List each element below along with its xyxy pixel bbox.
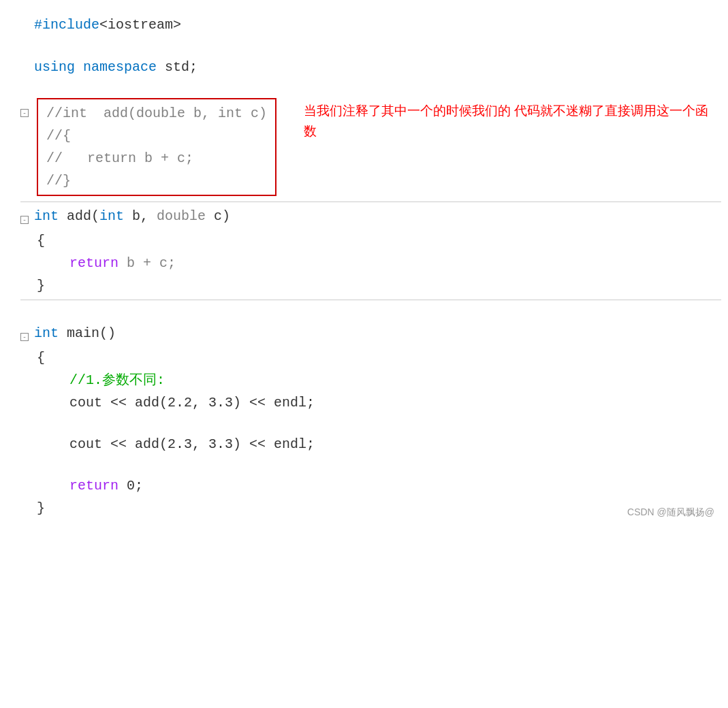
main-open-brace: { bbox=[37, 347, 721, 369]
commented-line-1: //int add(double b, int c) bbox=[46, 102, 267, 125]
empty-line-3 bbox=[20, 303, 721, 322]
double-keyword-c: double bbox=[157, 208, 206, 224]
int-keyword-add: int bbox=[34, 208, 59, 224]
main-func-section: - int main() { //1.参数不同: cout << add(2.2… bbox=[20, 322, 721, 519]
fold-icon-add[interactable]: - bbox=[20, 216, 29, 224]
fold-col-main: - bbox=[20, 322, 34, 347]
main-cout1-line: cout << add(2.2, 3.3) << endl; bbox=[37, 391, 721, 414]
code-container: #include<iostream> using namespace std; … bbox=[0, 0, 728, 533]
main-close-brace-char: } bbox=[37, 500, 45, 516]
comment-text-4: //} bbox=[46, 173, 71, 189]
using-keyword: using namespace bbox=[34, 59, 157, 75]
add-open-brace-char: { bbox=[37, 233, 45, 248]
add-return-indent: return b + c; bbox=[37, 252, 176, 274]
add-open-brace: { bbox=[37, 229, 721, 252]
commented-code-box: //int add(double b, int c) //{ // return… bbox=[37, 98, 276, 196]
commented-line-3: // return b + c; bbox=[46, 147, 267, 170]
include-line: #include<iostream> bbox=[20, 14, 721, 37]
empty-line-4 bbox=[37, 414, 721, 433]
main-body-container: { //1.参数不同: cout << add(2.2, 3.3) << end… bbox=[20, 347, 721, 519]
add-func-section: - int add(int b, double c) { return b + … bbox=[20, 205, 721, 297]
return-keyword-main: return bbox=[69, 478, 118, 494]
comment-text-1: //int add(double b, int c) bbox=[46, 106, 267, 121]
main-cout2-line: cout << add(2.3, 3.3) << endl; bbox=[37, 433, 721, 455]
main-open-brace-char: { bbox=[37, 350, 45, 366]
fold-col-add: - bbox=[20, 205, 34, 229]
main-cout1-indent: cout << add(2.2, 3.3) << endl; bbox=[37, 391, 315, 414]
main-name: main() bbox=[59, 325, 116, 341]
using-std: std; bbox=[157, 59, 197, 75]
include-lib: <iostream> bbox=[99, 17, 181, 33]
main-comment1: //1.参数不同: bbox=[37, 369, 721, 391]
include-keyword: #include bbox=[34, 17, 99, 33]
csdn-watermark: CSDN @随风飘扬@ bbox=[627, 504, 714, 519]
add-signature-content: int add(int b, double c) bbox=[34, 205, 721, 227]
annotation-text: 当我们注释了其中一个的时候我们的 代码就不迷糊了直接调用这一个函数 bbox=[304, 101, 721, 142]
empty-line-1 bbox=[20, 37, 721, 56]
add-signature-line: - int add(int b, double c) bbox=[20, 205, 721, 229]
add-return-line: return b + c; bbox=[37, 252, 721, 274]
add-close-brace: } bbox=[37, 274, 721, 297]
add-param-b: b, bbox=[124, 208, 157, 224]
main-body-lines: { //1.参数不同: cout << add(2.2, 3.3) << end… bbox=[37, 347, 721, 519]
main-cout2-indent: cout << add(2.3, 3.3) << endl; bbox=[37, 433, 315, 455]
int-keyword-b: int bbox=[99, 208, 124, 224]
cout1-text: cout << add(2.2, 3.3) << endl; bbox=[69, 395, 315, 411]
main-signature-line: - int main() bbox=[20, 322, 721, 347]
separator-2 bbox=[20, 300, 721, 300]
add-close-brace-char: } bbox=[37, 278, 45, 293]
add-body-lines: { return b + c; } bbox=[37, 229, 721, 297]
main-return-indent: return 0; bbox=[37, 474, 143, 497]
comment-text-3: // return b + c; bbox=[46, 150, 193, 166]
commented-block-section: - //int add(double b, int c) //{ // retu… bbox=[20, 98, 721, 196]
main-signature-content: int main() bbox=[34, 322, 721, 344]
return-keyword-add: return bbox=[69, 255, 118, 271]
fold-col-commented: - bbox=[20, 98, 34, 123]
add-name: add( bbox=[59, 208, 99, 224]
empty-line-2 bbox=[20, 79, 721, 98]
commented-line-2: //{ bbox=[46, 125, 267, 147]
fold-icon-main[interactable]: - bbox=[20, 333, 29, 341]
main-return-line: return 0; bbox=[37, 474, 721, 497]
commented-line-4: //} bbox=[46, 170, 267, 192]
add-return-expr: b + c; bbox=[118, 255, 176, 271]
using-line: using namespace std; bbox=[20, 56, 721, 79]
using-content: using namespace std; bbox=[34, 56, 721, 78]
int-keyword-main: int bbox=[34, 325, 59, 341]
main-close-brace: } bbox=[37, 497, 721, 519]
fold-icon-commented[interactable]: - bbox=[20, 109, 29, 117]
cout2-text: cout << add(2.3, 3.3) << endl; bbox=[69, 436, 315, 452]
main-comment1-indent: //1.参数不同: bbox=[37, 369, 165, 391]
comment1-text: //1.参数不同: bbox=[69, 372, 165, 388]
add-param-c: c) bbox=[206, 208, 230, 224]
comment-text-2: //{ bbox=[46, 128, 71, 144]
annotation-container: 当我们注释了其中一个的时候我们的 代码就不迷糊了直接调用这一个函数 bbox=[304, 98, 721, 142]
empty-line-5 bbox=[37, 455, 721, 474]
return-value: 0; bbox=[118, 478, 143, 494]
add-body-container: { return b + c; } bbox=[20, 229, 721, 297]
separator-1 bbox=[20, 202, 721, 202]
include-content: #include<iostream> bbox=[34, 14, 721, 36]
